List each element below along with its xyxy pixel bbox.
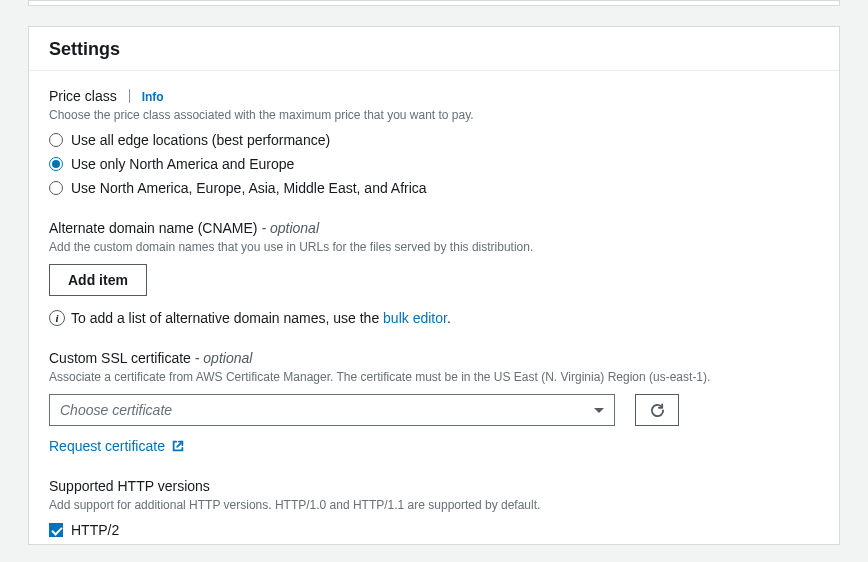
checkbox-checked-icon <box>49 523 63 537</box>
price-class-group: Price class Info Choose the price class … <box>49 87 819 196</box>
external-link-icon <box>171 439 185 453</box>
radio-icon <box>49 157 63 171</box>
price-class-label: Price class <box>49 88 117 104</box>
chevron-down-icon <box>594 408 604 413</box>
separator <box>129 89 130 103</box>
ssl-group: Custom SSL certificate - optional Associ… <box>49 350 819 454</box>
price-class-radio-group: Use all edge locations (best performance… <box>49 132 819 196</box>
page-title: Settings <box>49 39 819 60</box>
http-versions-label: Supported HTTP versions <box>49 478 210 494</box>
refresh-button[interactable] <box>635 394 679 426</box>
previous-panel-edge <box>28 0 840 6</box>
bulk-editor-hint: i To add a list of alternative domain na… <box>49 310 819 326</box>
radio-label: Use North America, Europe, Asia, Middle … <box>71 180 427 196</box>
price-class-hint: Choose the price class associated with t… <box>49 106 819 124</box>
cname-hint: Add the custom domain names that you use… <box>49 238 819 256</box>
settings-header: Settings <box>29 27 839 70</box>
ssl-hint: Associate a certificate from AWS Certifi… <box>49 368 819 386</box>
refresh-icon <box>650 403 665 418</box>
radio-label: Use all edge locations (best performance… <box>71 132 330 148</box>
info-icon: i <box>49 310 65 326</box>
http2-label: HTTP/2 <box>71 522 119 538</box>
cname-group: Alternate domain name (CNAME) - optional… <box>49 220 819 326</box>
http-versions-group: Supported HTTP versions Add support for … <box>49 478 819 538</box>
radio-na-eu-asia[interactable]: Use North America, Europe, Asia, Middle … <box>49 180 819 196</box>
bulk-editor-link[interactable]: bulk editor <box>383 310 447 326</box>
radio-na-eu[interactable]: Use only North America and Europe <box>49 156 819 172</box>
radio-icon <box>49 181 63 195</box>
optional-tag: - optional <box>195 350 253 366</box>
price-class-info-link[interactable]: Info <box>142 90 164 104</box>
certificate-placeholder: Choose certificate <box>60 402 172 418</box>
certificate-select[interactable]: Choose certificate <box>49 394 615 426</box>
add-item-button[interactable]: Add item <box>49 264 147 296</box>
radio-label: Use only North America and Europe <box>71 156 294 172</box>
radio-icon <box>49 133 63 147</box>
settings-panel: Settings Price class Info Choose the pri… <box>28 26 840 545</box>
http2-checkbox-option[interactable]: HTTP/2 <box>49 522 819 538</box>
http-versions-hint: Add support for additional HTTP versions… <box>49 496 819 514</box>
request-certificate-link[interactable]: Request certificate <box>49 438 185 454</box>
cname-label: Alternate domain name (CNAME) - optional <box>49 220 319 236</box>
optional-tag: - optional <box>261 220 319 236</box>
ssl-label: Custom SSL certificate - optional <box>49 350 252 366</box>
radio-all-edge[interactable]: Use all edge locations (best performance… <box>49 132 819 148</box>
